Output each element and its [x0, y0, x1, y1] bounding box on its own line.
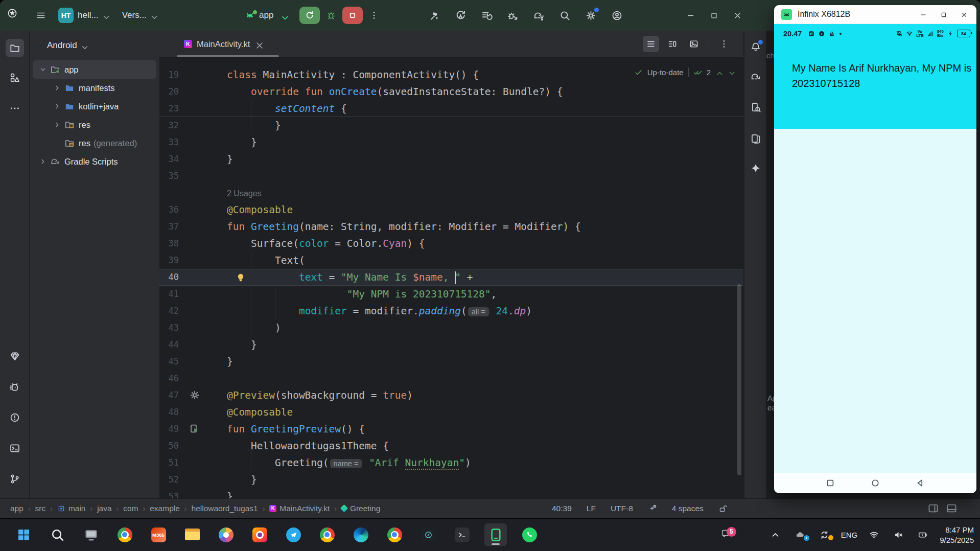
code-line[interactable]: 44 } — [159, 336, 743, 353]
tree-chevron-icon[interactable] — [39, 157, 47, 166]
code-line[interactable]: 46 — [159, 370, 743, 387]
line-number[interactable]: 41 — [159, 286, 179, 303]
breadcrumb-item-app[interactable]: app — [10, 504, 24, 513]
code-line[interactable]: 52 } — [159, 471, 743, 488]
tool-window-notifications-button[interactable] — [746, 38, 765, 56]
taskbar-whatsapp-icon[interactable] — [518, 523, 541, 546]
ai-assistant-disabled-icon[interactable] — [648, 503, 657, 513]
code-area[interactable]: 19class MainActivity : ComponentActivity… — [159, 57, 743, 498]
maximize-button[interactable] — [702, 0, 726, 31]
minimize-button[interactable] — [679, 0, 702, 31]
project-name[interactable]: hell... — [78, 10, 99, 20]
device-close-button[interactable] — [954, 7, 974, 22]
build-button[interactable] — [426, 7, 444, 25]
line-number[interactable]: 51 — [159, 454, 179, 471]
split-view-button[interactable] — [664, 36, 681, 52]
line-number[interactable]: 44 — [159, 336, 179, 353]
back-button-icon[interactable] — [916, 478, 925, 488]
tree-chevron-icon[interactable] — [53, 84, 61, 92]
breadcrumb-item-example[interactable]: example — [150, 504, 180, 513]
line-number[interactable]: 20 — [159, 83, 179, 100]
line-number[interactable]: 46 — [159, 370, 179, 387]
line-number[interactable]: 32 — [159, 117, 179, 134]
profiler-button[interactable] — [478, 7, 496, 25]
taskbar-chrome-icon[interactable] — [113, 523, 136, 546]
more-run-options-button[interactable] — [366, 7, 382, 24]
project-tree-item-res[interactable]: res — [33, 116, 156, 134]
taskbar-edge-icon[interactable] — [349, 523, 372, 546]
code-line[interactable]: 41 "My NPM is 202310715128", — [159, 286, 743, 303]
breadcrumb-item-mainactivity-kt[interactable]: KMainActivity.kt — [269, 504, 330, 513]
line-number[interactable]: 33 — [159, 134, 179, 151]
code-line[interactable]: 37fun Greeting(name: String, modifier: M… — [159, 218, 743, 235]
code-line[interactable]: 36@Composable — [159, 201, 743, 218]
code-line[interactable]: 53} — [159, 488, 743, 498]
taskbar-search-icon[interactable] — [46, 523, 68, 546]
tool-window-project-button[interactable] — [6, 39, 24, 57]
taskbar-m365-icon[interactable]: M365 — [147, 523, 170, 546]
line-number[interactable]: 48 — [159, 404, 179, 421]
wifi-tray-icon[interactable] — [866, 530, 882, 540]
indent-setting[interactable]: 4 spaces — [672, 504, 704, 513]
line-number[interactable]: 38 — [159, 235, 179, 252]
tree-chevron-icon[interactable] — [53, 102, 61, 110]
tool-window-device-explorer-button[interactable] — [746, 98, 765, 117]
apply-changes-button[interactable] — [452, 7, 470, 25]
gear-gutter-icon[interactable] — [189, 389, 200, 401]
device-app-screen[interactable]: My Name Is Arif Nurkhayan, My NPM is 202… — [774, 43, 976, 129]
sync-status-icon[interactable] — [816, 530, 832, 540]
debug-button[interactable] — [323, 7, 339, 24]
taskbar-camera-icon[interactable] — [248, 523, 271, 546]
project-avatar[interactable]: HT — [58, 8, 74, 23]
code-line[interactable]: 50 Hellowaordtugas1Theme { — [159, 438, 743, 454]
code-line[interactable]: 45} — [159, 353, 743, 370]
line-separator[interactable]: LF — [587, 504, 596, 513]
tool-window-running-devices-button[interactable] — [746, 129, 765, 148]
code-line[interactable]: 20 override fun onCreate(savedInstanceSt… — [159, 83, 743, 100]
battery-tray-icon[interactable] — [915, 530, 931, 540]
tab-mainactivity[interactable]: K MainActivity.kt — [177, 31, 269, 57]
taskbar-file-explorer-icon[interactable] — [181, 523, 203, 546]
line-number[interactable]: 47 — [159, 387, 179, 404]
code-view-button[interactable] — [643, 36, 659, 52]
code-line[interactable]: 49fun GreetingPreview() { — [159, 421, 743, 438]
taskbar-chrome-icon[interactable] — [383, 523, 406, 546]
tool-window-terminal-button[interactable] — [6, 439, 24, 457]
volume-muted-icon[interactable] — [891, 530, 906, 540]
line-number[interactable]: 35 — [159, 168, 179, 185]
device-window-titlebar[interactable]: Infinix X6812B — [774, 5, 976, 24]
breadcrumb-item-src[interactable]: src — [35, 504, 46, 513]
line-number[interactable]: 49 — [159, 421, 179, 438]
onedrive-icon[interactable]: i — [792, 530, 808, 540]
code-line[interactable]: 39 Text( — [159, 252, 743, 269]
previous-problem-icon[interactable] — [715, 68, 723, 76]
code-line[interactable]: 48@Composable — [159, 404, 743, 421]
line-number[interactable]: 37 — [159, 218, 179, 235]
tool-window-logcat-button[interactable] — [6, 378, 24, 397]
tree-chevron-icon[interactable] — [39, 65, 47, 74]
code-line[interactable]: 34} — [159, 151, 743, 168]
breadcrumb-item-main[interactable]: main — [57, 504, 86, 513]
line-number[interactable]: 43 — [159, 319, 179, 336]
code-line[interactable]: 42 modifier = modifier.padding(all = 24.… — [159, 303, 743, 319]
project-tree-item-app[interactable]: app — [33, 60, 156, 79]
code-line[interactable]: 23 setContent { — [159, 100, 743, 117]
line-number[interactable]: 34 — [159, 151, 179, 168]
search-everywhere-button[interactable] — [556, 7, 574, 25]
code-line[interactable]: 33 } — [159, 134, 743, 151]
project-tree-item-gradle-scripts[interactable]: Gradle Scripts — [33, 152, 156, 171]
attach-debugger-button[interactable] — [504, 7, 522, 25]
breadcrumb-item-java[interactable]: java — [97, 504, 111, 513]
device-app-background[interactable] — [774, 129, 976, 473]
breadcrumb-item-com[interactable]: com — [123, 504, 138, 513]
taskbar-start-icon[interactable] — [12, 523, 35, 546]
gradle-sync-button[interactable] — [530, 7, 548, 25]
tool-window-gradle-button[interactable] — [746, 67, 765, 86]
device-maximize-button[interactable] — [934, 7, 954, 22]
usages-inlay-hint[interactable]: 2 Usages — [227, 189, 262, 198]
tool-window-layout-icon[interactable] — [927, 502, 939, 514]
home-button-icon[interactable] — [871, 478, 880, 488]
file-encoding[interactable]: UTF-8 — [611, 504, 633, 513]
tool-window-app-quality-insights-button[interactable] — [6, 347, 24, 365]
profile-button[interactable] — [608, 7, 626, 25]
